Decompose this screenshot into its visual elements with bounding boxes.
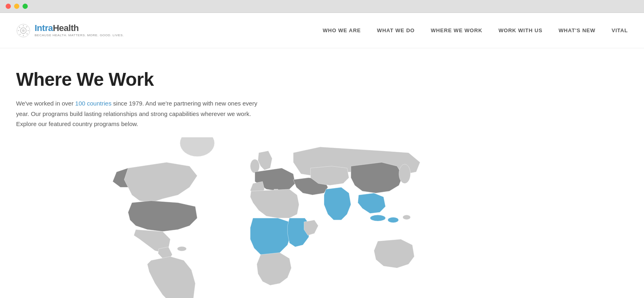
page-description: We've worked in over 100 countries since… — [16, 98, 258, 129]
page-title: Where We Work — [16, 68, 547, 90]
logo-text: IntraHealth BECAUSE HEALTH. MATTERS. MOR… — [35, 23, 124, 37]
main-content: Where We Work We've worked in over 100 c… — [0, 48, 564, 298]
svg-point-8 — [388, 217, 398, 222]
svg-point-5 — [250, 159, 260, 173]
nav-link-whats-new[interactable]: WHAT'S NEW — [559, 27, 596, 33]
nav-link-where-we-work[interactable]: WHERE WE WORK — [431, 27, 482, 33]
browser-chrome — [0, 0, 644, 13]
svg-point-2 — [22, 29, 25, 32]
traffic-light-red[interactable] — [6, 4, 11, 9]
nav-link-vital[interactable]: VITAL — [611, 27, 628, 33]
traffic-light-yellow[interactable] — [14, 4, 19, 9]
navbar: IntraHealth BECAUSE HEALTH. MATTERS. MOR… — [0, 13, 644, 48]
nav-links: WHO WE ARE WHAT WE DO WHERE WE WORK WORK… — [323, 27, 628, 33]
page-wrapper: IntraHealth BECAUSE HEALTH. MATTERS. MOR… — [0, 13, 644, 298]
world-map-container — [16, 137, 547, 298]
svg-point-3 — [180, 137, 215, 157]
nav-link-work-with-us[interactable]: WORK WITH US — [498, 27, 542, 33]
logo-brand: IntraHealth — [35, 23, 124, 33]
logo-tagline: BECAUSE HEALTH. MATTERS. MORE. GOOD. LIV… — [35, 34, 124, 37]
nav-link-what-we-do[interactable]: WHAT WE DO — [377, 27, 415, 33]
description-part1: We've worked in over — [16, 100, 75, 107]
nav-link-who-we-are[interactable]: WHO WE ARE — [323, 27, 361, 33]
logo-area: IntraHealth BECAUSE HEALTH. MATTERS. MOR… — [16, 23, 124, 38]
logo-intra: Intra — [35, 23, 53, 33]
description-highlight[interactable]: 100 countries — [75, 100, 111, 107]
logo-health: Health — [53, 23, 78, 33]
world-map — [16, 137, 547, 298]
svg-point-4 — [177, 246, 186, 251]
svg-point-9 — [403, 215, 411, 219]
traffic-light-green[interactable] — [23, 4, 28, 9]
svg-point-6 — [399, 164, 411, 183]
svg-point-7 — [370, 215, 386, 221]
logo-gear-icon — [16, 23, 31, 38]
